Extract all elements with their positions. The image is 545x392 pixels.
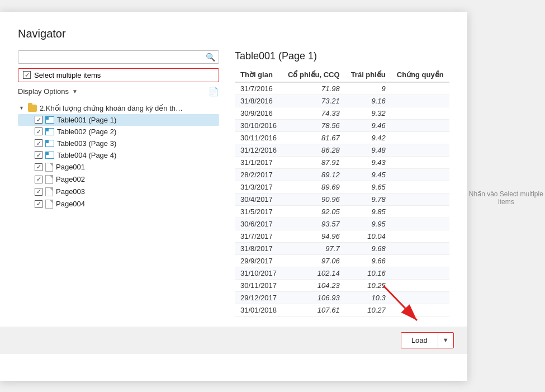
select-multiple-checkbox[interactable] — [23, 71, 31, 79]
table-row: 30/11/2017104.2310.25 — [235, 279, 449, 291]
table-cell: 90.96 — [282, 193, 345, 205]
table-row: 30/4/201790.969.78 — [235, 193, 449, 205]
col-header-2: Trái phiếu — [345, 68, 391, 82]
page-icon-5 — [45, 175, 53, 184]
table-cell — [391, 119, 449, 131]
table-row: 30/11/201681.679.42 — [235, 131, 449, 144]
tree-item-checkbox-2[interactable] — [35, 139, 42, 147]
tree-item-table003[interactable]: Table003 (Page 3) — [18, 138, 219, 149]
table-cell: 86.28 — [282, 144, 345, 156]
tree-item-table004[interactable]: Table004 (Page 4) — [18, 149, 219, 161]
table-cell: 31/8/2016 — [235, 95, 282, 107]
load-dropdown-button[interactable]: ▼ — [438, 333, 453, 348]
table-row: 31/1/201787.919.43 — [235, 156, 449, 168]
table-icon-3 — [45, 152, 54, 159]
table-row: 30/6/201793.579.95 — [235, 218, 449, 230]
bottom-bar: Load ▼ — [0, 327, 467, 354]
table-cell: 30/11/2017 — [235, 279, 282, 291]
table-cell: 104.23 — [282, 279, 345, 291]
table-cell — [391, 267, 449, 279]
table-row: 31/3/201789.699.65 — [235, 181, 449, 193]
table-cell: 30/4/2017 — [235, 193, 282, 205]
select-multiple-box[interactable]: Select multiple items — [18, 68, 219, 82]
tree-item-label-6: Page003 — [56, 187, 85, 196]
tree: ▼ 2.Khối lượng chứng khoán đăng ký đến t… — [18, 102, 219, 210]
tree-item-checkbox-4[interactable] — [35, 163, 42, 171]
table-cell: 30/9/2016 — [235, 107, 282, 119]
table-cell: 28/2/2017 — [235, 168, 282, 181]
table-cell — [391, 230, 449, 242]
page-icon-4 — [45, 163, 53, 172]
display-options-page-icon: 📄 — [208, 87, 219, 97]
search-bar[interactable]: 🔍 — [18, 50, 219, 64]
table-icon-0 — [45, 116, 54, 124]
tree-item-checkbox-5[interactable] — [35, 176, 42, 183]
table-cell: 10.27 — [345, 304, 391, 316]
table-cell — [391, 291, 449, 304]
right-panel: Table001 (Page 1) Thời gian Cổ phiếu, CC… — [225, 50, 449, 317]
table-cell: 31/7/2017 — [235, 230, 282, 242]
table-title: Table001 (Page 1) — [235, 50, 449, 62]
page-icon-6 — [45, 187, 53, 196]
tree-item-label-4: Page001 — [56, 163, 85, 171]
table-row: 31/8/201797.79.68 — [235, 242, 449, 254]
tree-item-table002[interactable]: Table002 (Page 2) — [18, 126, 219, 138]
tree-folder[interactable]: ▼ 2.Khối lượng chứng khoán đăng ký đến t… — [18, 102, 219, 114]
tree-item-checkbox-6[interactable] — [35, 188, 42, 196]
window-title: Navigator — [18, 27, 449, 40]
table-cell: 92.05 — [282, 205, 345, 218]
table-cell — [391, 218, 449, 230]
tree-item-label-5: Page002 — [56, 175, 85, 183]
table-row: 29/12/2017106.9310.3 — [235, 291, 449, 304]
table-cell: 30/6/2017 — [235, 218, 282, 230]
table-cell — [391, 131, 449, 144]
footnote: Nhấn vào Select multiple items — [467, 190, 545, 206]
display-options-arrow-icon: ▼ — [72, 88, 78, 95]
tree-item-page001[interactable]: Page001 — [18, 161, 219, 173]
table-cell: 97.7 — [282, 242, 345, 254]
table-cell: 9.85 — [345, 205, 391, 218]
table-cell: 9.68 — [345, 242, 391, 254]
table-cell — [391, 254, 449, 267]
tree-item-page003[interactable]: Page003 — [18, 186, 219, 198]
page-icon-7 — [45, 200, 53, 209]
table-cell: 10.04 — [345, 230, 391, 242]
table-cell: 9.46 — [345, 119, 391, 131]
table-icon-2 — [45, 140, 54, 147]
table-cell: 10.25 — [345, 279, 391, 291]
table-icon-1 — [45, 128, 54, 135]
table-cell: 9.32 — [345, 107, 391, 119]
display-options-row[interactable]: Display Options ▼ 📄 — [18, 87, 219, 97]
table-cell: 31/01/2018 — [235, 304, 282, 316]
table-cell: 106.93 — [282, 291, 345, 304]
load-button[interactable]: Load — [401, 333, 438, 348]
table-cell: 9.78 — [345, 193, 391, 205]
table-cell: 87.91 — [282, 156, 345, 168]
tree-item-page002[interactable]: Page002 — [18, 173, 219, 186]
table-row: 31/7/201794.9610.04 — [235, 230, 449, 242]
load-button-group[interactable]: Load ▼ — [401, 332, 454, 348]
table-cell: 107.61 — [282, 304, 345, 316]
table-cell — [391, 144, 449, 156]
display-options-label: Display Options — [18, 87, 69, 96]
table-row: 31/10/2017102.1410.16 — [235, 267, 449, 279]
search-input[interactable] — [22, 53, 206, 61]
tree-item-label-2: Table003 (Page 3) — [57, 139, 116, 148]
table-row: 31/01/2018107.6110.27 — [235, 304, 449, 316]
table-cell — [391, 181, 449, 193]
table-cell — [391, 205, 449, 218]
table-cell: 78.56 — [282, 119, 345, 131]
table-cell: 31/3/2017 — [235, 181, 282, 193]
tree-item-checkbox-7[interactable] — [35, 200, 42, 208]
tree-item-table001[interactable]: Table001 (Page 1) — [18, 114, 219, 126]
table-row: 28/2/201789.129.45 — [235, 168, 449, 181]
folder-expand-icon: ▼ — [19, 105, 24, 111]
table-cell — [391, 193, 449, 205]
tree-item-checkbox-0[interactable] — [35, 116, 42, 124]
col-header-1: Cổ phiếu, CCQ — [282, 68, 345, 82]
tree-item-checkbox-3[interactable] — [35, 151, 42, 159]
table-cell: 9.48 — [345, 144, 391, 156]
tree-item-page004[interactable]: Page004 — [18, 198, 219, 210]
tree-item-checkbox-1[interactable] — [35, 127, 42, 135]
table-cell: 30/10/2016 — [235, 119, 282, 131]
